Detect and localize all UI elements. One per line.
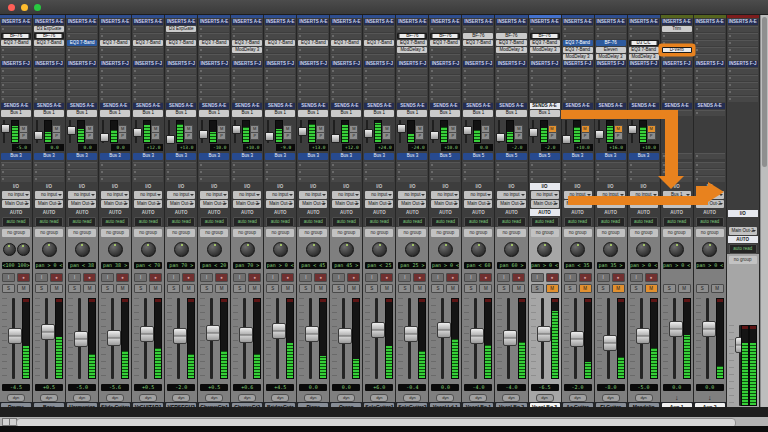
- insert-slot[interactable]: [0, 46, 32, 53]
- insert-slot[interactable]: [727, 67, 759, 74]
- insert-slot[interactable]: [297, 53, 329, 60]
- insert-slot[interactable]: EQ3 7-Band: [396, 39, 428, 46]
- pan-knob[interactable]: [405, 242, 420, 257]
- group-selector[interactable]: no group: [464, 229, 492, 237]
- insert-slot[interactable]: [562, 67, 594, 74]
- insert-slot[interactable]: [66, 95, 98, 102]
- input-selector[interactable]: no input: [68, 191, 96, 199]
- insert-slot[interactable]: BF-76: [0, 32, 32, 39]
- send-slot-a[interactable]: Bus 1: [363, 109, 395, 118]
- group-selector[interactable]: no group: [497, 229, 525, 237]
- record-enable-button[interactable]: ●: [248, 273, 261, 282]
- mute-button[interactable]: M: [347, 284, 360, 293]
- dyn-button[interactable]: dyn: [436, 394, 454, 402]
- output-selector[interactable]: Main Out-2: [365, 200, 393, 208]
- send-pre-button[interactable]: P: [118, 132, 127, 140]
- send-slot[interactable]: [0, 168, 32, 175]
- automation-mode-selector[interactable]: auto read: [233, 217, 261, 227]
- send-slot-a[interactable]: Bus 1: [495, 109, 527, 118]
- automation-mode-selector[interactable]: auto read: [431, 217, 459, 227]
- send-slot-b[interactable]: Bus 3: [33, 152, 65, 161]
- insert-plugin-label[interactable]: BF-76: [463, 33, 493, 39]
- send-b-assignment[interactable]: Bus 3: [1, 153, 31, 160]
- insert-slot[interactable]: [165, 74, 197, 81]
- send-a-assignment[interactable]: Bus 1: [1, 110, 31, 117]
- send-a-assignment[interactable]: Bus 1: [166, 110, 196, 117]
- insert-slot[interactable]: [529, 25, 561, 32]
- insert-slot[interactable]: [462, 25, 494, 32]
- send-slot[interactable]: [529, 161, 561, 168]
- send-slot-a[interactable]: [661, 109, 693, 118]
- send-b-assignment[interactable]: Bus 3: [364, 153, 394, 160]
- pan-knob[interactable]: [372, 242, 387, 257]
- group-selector[interactable]: no group: [597, 229, 625, 237]
- output-selector[interactable]: Main Out-2: [431, 200, 459, 208]
- send-slot-b[interactable]: Bus 3: [396, 152, 428, 161]
- record-enable-button[interactable]: ●: [50, 273, 63, 282]
- insert-slot[interactable]: [529, 81, 561, 88]
- send-slot-b[interactable]: Bus 3: [99, 152, 131, 161]
- fader-handle[interactable]: [570, 331, 584, 347]
- input-monitor-button[interactable]: I: [167, 273, 180, 282]
- insert-slot[interactable]: [33, 81, 65, 88]
- fader-handle[interactable]: [8, 328, 22, 344]
- pan-knob-left[interactable]: [3, 243, 16, 256]
- insert-plugin-label[interactable]: BF-76: [530, 33, 560, 39]
- send-slot-a[interactable]: Bus 1: [99, 109, 131, 118]
- send-slot-b[interactable]: Bus 3: [330, 152, 362, 161]
- automation-mode-selector[interactable]: auto read: [696, 217, 724, 227]
- send-slot[interactable]: [429, 175, 461, 182]
- insert-slot[interactable]: [99, 88, 131, 95]
- pan-knob[interactable]: [108, 242, 123, 257]
- insert-slot[interactable]: [694, 53, 726, 60]
- send-fader-handle[interactable]: [595, 130, 604, 139]
- record-enable-button[interactable]: ●: [380, 273, 393, 282]
- insert-slot[interactable]: [0, 95, 32, 102]
- record-enable-button[interactable]: ●: [645, 273, 658, 282]
- insert-slot[interactable]: [297, 46, 329, 53]
- insert-slot[interactable]: [429, 74, 461, 81]
- fader-handle[interactable]: [470, 328, 484, 344]
- send-slot[interactable]: [33, 161, 65, 168]
- send-pre-button[interactable]: P: [514, 132, 523, 140]
- insert-slot[interactable]: [595, 74, 627, 81]
- send-b-assignment[interactable]: Bus 3: [67, 153, 97, 160]
- insert-slot[interactable]: [462, 74, 494, 81]
- input-selector[interactable]: no input: [101, 191, 129, 199]
- input-monitor-button[interactable]: I: [299, 273, 312, 282]
- group-selector[interactable]: no group: [630, 229, 658, 237]
- insert-plugin-label[interactable]: BF-76: [34, 33, 64, 39]
- record-enable-button[interactable]: ●: [612, 273, 625, 282]
- send-slot[interactable]: [495, 168, 527, 175]
- mute-button[interactable]: M: [645, 284, 658, 293]
- solo-button[interactable]: S: [266, 284, 279, 293]
- send-slot[interactable]: [231, 161, 263, 168]
- mute-button[interactable]: M: [612, 284, 625, 293]
- solo-button[interactable]: S: [431, 284, 444, 293]
- send-slot[interactable]: [628, 168, 660, 175]
- insert-slot[interactable]: [363, 95, 395, 102]
- insert-slot[interactable]: [132, 95, 164, 102]
- vertical-scrollbar[interactable]: [760, 15, 768, 407]
- output-selector[interactable]: Main Out-2: [696, 200, 724, 208]
- input-selector[interactable]: no input: [531, 191, 559, 199]
- send-slot[interactable]: [628, 175, 660, 182]
- insert-slot[interactable]: [231, 53, 263, 60]
- mute-button[interactable]: M: [546, 284, 559, 293]
- send-slot-b[interactable]: [694, 152, 726, 161]
- pan-knob[interactable]: [537, 242, 552, 257]
- send-slot-b[interactable]: Bus 3: [363, 152, 395, 161]
- send-slot-b[interactable]: Bus 3: [66, 152, 98, 161]
- insert-slot[interactable]: [363, 74, 395, 81]
- fader-handle[interactable]: [503, 330, 517, 346]
- insert-slot[interactable]: [562, 88, 594, 95]
- send-slot[interactable]: [628, 161, 660, 168]
- send-slot[interactable]: [132, 161, 164, 168]
- insert-slot[interactable]: EQ3 7-Band: [165, 39, 197, 46]
- insert-slot[interactable]: [33, 74, 65, 81]
- output-selector[interactable]: Main Out-2: [167, 200, 195, 208]
- insert-plugin-label[interactable]: ModDelay 3: [232, 47, 262, 53]
- send-slot-b[interactable]: Bus 5: [495, 152, 527, 161]
- insert-plugin-label[interactable]: EQ3 7-Band: [166, 40, 196, 46]
- insert-slot[interactable]: [562, 74, 594, 81]
